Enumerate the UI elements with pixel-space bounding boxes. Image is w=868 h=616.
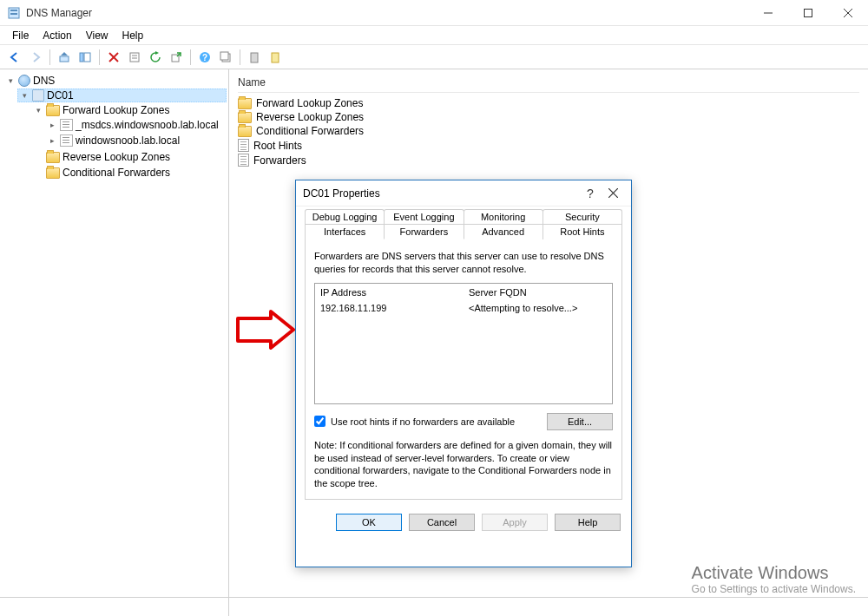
content-list: Forward Lookup Zones Reverse Lookup Zone… (238, 96, 859, 167)
tree-label: windowsnoob.lab.local (76, 134, 180, 147)
tab-root-hints[interactable]: Root Hints (542, 224, 622, 239)
properties-dialog: DC01 Properties ? Debug Logging Event Lo… (295, 180, 632, 567)
help-button[interactable]: Help (555, 514, 621, 531)
dns-icon (18, 75, 30, 87)
column-header-name[interactable]: Name (238, 75, 859, 93)
list-item[interactable]: Forward Lookup Zones (238, 96, 859, 110)
chevron-down-icon[interactable]: ▾ (33, 105, 43, 115)
close-button[interactable] (828, 0, 868, 26)
svg-text:?: ? (202, 53, 207, 62)
page-icon (238, 139, 249, 152)
item-label: Conditional Forwarders (256, 125, 364, 137)
svg-rect-4 (805, 9, 812, 16)
svg-rect-2 (10, 13, 17, 15)
tab-monitoring[interactable]: Monitoring (464, 209, 543, 224)
edit-button[interactable]: Edit... (547, 413, 613, 430)
tree-label: Reverse Lookup Zones (62, 151, 170, 163)
dialog-help-button[interactable]: ? (579, 187, 602, 200)
item-label: Forwarders (253, 154, 306, 167)
menu-action[interactable]: Action (36, 28, 78, 43)
maximize-button[interactable] (788, 0, 828, 26)
forward-button[interactable] (26, 48, 45, 67)
tree-zone-windowsnoob[interactable]: ▸ windowsnoob.lab.local (45, 134, 227, 147)
list-item[interactable]: Forwarders (238, 153, 859, 167)
chevron-right-icon[interactable]: ▸ (47, 120, 57, 130)
tree-conditional-forwarders[interactable]: ▸ Conditional Forwarders (31, 166, 227, 180)
folder-icon (238, 98, 252, 109)
forwarder-row[interactable]: 192.168.11.199 <Attempting to resolve...… (315, 301, 612, 315)
item-label: Root Hints (253, 140, 302, 152)
tree-pane[interactable]: ▾ DNS ▾ DC01 ▾ (0, 69, 229, 597)
menubar: File Action View Help (0, 26, 868, 45)
svg-rect-12 (130, 53, 139, 62)
svg-rect-9 (84, 53, 90, 62)
tab-forwarders[interactable]: Forwarders (384, 224, 464, 239)
forwarders-description: Forwarders are DNS servers that this ser… (314, 250, 613, 276)
svg-rect-8 (80, 53, 83, 62)
chevron-down-icon[interactable]: ▾ (5, 75, 16, 86)
stop-button[interactable] (266, 48, 285, 67)
dialog-titlebar[interactable]: DC01 Properties ? (296, 180, 631, 206)
refresh-button[interactable] (146, 48, 165, 67)
dialog-body: Debug Logging Event Logging Monitoring S… (296, 206, 631, 507)
list-item[interactable]: Conditional Forwarders (238, 124, 859, 138)
app-icon (7, 6, 21, 20)
menu-view[interactable]: View (79, 28, 115, 43)
list-item[interactable]: Reverse Lookup Zones (238, 110, 859, 124)
folder-icon (46, 105, 60, 116)
use-root-hints-checkbox[interactable] (314, 416, 326, 427)
properties-button[interactable] (125, 48, 144, 67)
tree-root-dns[interactable]: ▾ DNS (3, 74, 227, 88)
svg-rect-7 (60, 56, 69, 62)
tree-zone-msdcs[interactable]: ▸ _msdcs.windowsnoob.lab.local (45, 118, 227, 132)
filter-button[interactable] (245, 48, 264, 67)
show-hide-tree-button[interactable] (76, 48, 95, 67)
forwarders-table[interactable]: IP Address Server FQDN 192.168.11.199 <A… (314, 283, 613, 404)
zone-icon (60, 119, 73, 131)
window-title: DNS Manager (26, 7, 748, 19)
chevron-down-icon[interactable]: ▾ (19, 90, 30, 101)
svg-rect-1 (10, 10, 17, 11)
toolbar: ? (0, 45, 868, 69)
menu-help[interactable]: Help (115, 28, 151, 43)
folder-icon (238, 126, 252, 137)
ok-button[interactable]: OK (336, 514, 402, 531)
cell-ip: 192.168.11.199 (315, 301, 464, 315)
tab-event-logging[interactable]: Event Logging (384, 209, 464, 224)
new-window-button[interactable] (216, 48, 235, 67)
tree-label: DC01 (47, 89, 74, 102)
tree-server-dc01[interactable]: ▾ DC01 (17, 88, 227, 102)
tab-page-forwarders: Forwarders are DNS servers that this ser… (305, 239, 622, 500)
page-icon (238, 154, 249, 167)
export-button[interactable] (167, 48, 186, 67)
list-item[interactable]: Root Hints (238, 138, 859, 153)
dialog-button-row: OK Cancel Apply Help (296, 507, 631, 538)
chevron-right-icon[interactable]: ▸ (47, 135, 57, 146)
tree-label: DNS (33, 75, 55, 87)
tab-advanced[interactable]: Advanced (464, 224, 543, 239)
dialog-close-button[interactable] (602, 186, 624, 200)
dialog-title: DC01 Properties (303, 187, 579, 200)
tab-debug-logging[interactable]: Debug Logging (305, 209, 385, 224)
apply-button[interactable]: Apply (482, 514, 548, 531)
folder-icon (46, 167, 60, 179)
tab-security[interactable]: Security (542, 209, 622, 224)
tab-interfaces[interactable]: Interfaces (305, 224, 385, 239)
tab-strip: Debug Logging Event Logging Monitoring S… (305, 208, 622, 239)
statusbar-cell (229, 598, 868, 616)
tree-forward-lookup-zones[interactable]: ▾ Forward Lookup Zones (31, 103, 227, 117)
cell-fqdn: <Attempting to resolve...> (464, 301, 612, 315)
back-button[interactable] (5, 48, 24, 67)
col-ip-address: IP Address (315, 284, 464, 301)
statusbar-cell (0, 598, 229, 616)
tree-reverse-lookup-zones[interactable]: ▸ Reverse Lookup Zones (31, 150, 227, 164)
tree-label: Conditional Forwarders (62, 167, 170, 179)
cancel-button[interactable]: Cancel (409, 514, 475, 531)
help-button[interactable]: ? (195, 48, 214, 67)
forwarders-note: Note: If conditional forwarders are defi… (314, 439, 613, 490)
delete-button[interactable] (104, 48, 123, 67)
menu-file[interactable]: File (5, 28, 36, 43)
item-label: Forward Lookup Zones (256, 97, 363, 109)
up-button[interactable] (55, 48, 74, 67)
minimize-button[interactable] (748, 0, 788, 26)
